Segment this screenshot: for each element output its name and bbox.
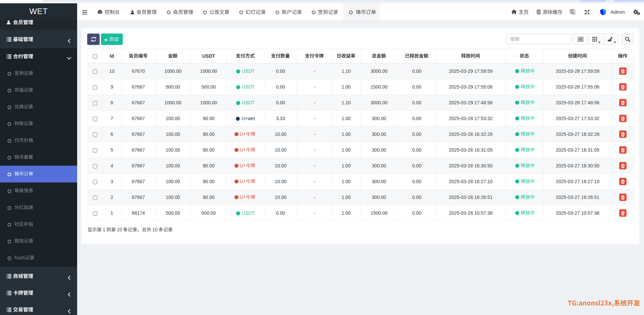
svg-text:A: A: [573, 11, 575, 14]
